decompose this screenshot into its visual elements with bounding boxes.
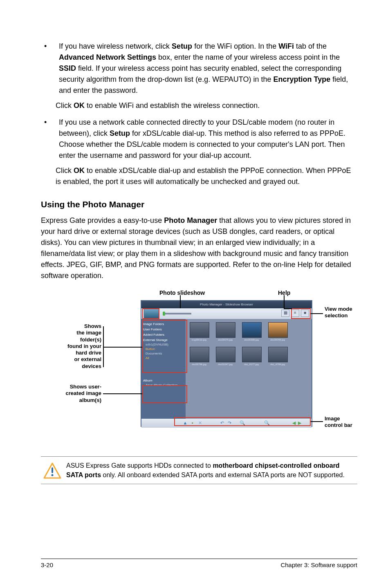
bullet-item-2: • If you use a network cable connected d… bbox=[41, 117, 357, 161]
thumbnail-image bbox=[216, 322, 235, 338]
txt: for the WiFi option. In the bbox=[192, 42, 278, 50]
label-controlbar: Image control bar bbox=[325, 415, 352, 429]
sidebar-album-item[interactable]: Asus Photo Collection bbox=[146, 383, 184, 387]
toolbar-preview-thumb bbox=[144, 309, 159, 319]
txt: Express Gate provides a easy-to-use bbox=[41, 216, 164, 224]
sidebar-head-added-folders: Added Folders bbox=[143, 333, 184, 337]
toolbar-zoom-slider[interactable] bbox=[163, 313, 191, 314]
sidebar: Image Folders User Folders Added Folders… bbox=[141, 319, 186, 419]
bold-ok: OK bbox=[74, 166, 85, 175]
window-title-bar: Photo Manager - Slideshow Browser bbox=[141, 301, 312, 308]
thumbnail-item[interactable]: dsc_4799.jpg bbox=[268, 347, 287, 366]
rotate-right-icon[interactable]: ↷ bbox=[226, 420, 232, 426]
photo-manager-diagram: Photo slideshow Help Photo Manager - Sli… bbox=[41, 290, 357, 445]
bullet-1-followup: Click OK to enable WiFi and establish th… bbox=[56, 100, 357, 111]
bold-ans: Advanced Network Settings bbox=[59, 53, 156, 61]
lbl-line: created image bbox=[57, 390, 101, 397]
screenshot-photo-manager: Photo Manager - Slideshow Browser ▦ ≡ ■ … bbox=[141, 300, 312, 427]
toolbar: ▦ ≡ ■ bbox=[141, 308, 312, 319]
warning-note: ASUS Express Gate supports HDDs connecte… bbox=[41, 456, 357, 484]
up-icon[interactable]: ▲ bbox=[182, 420, 188, 426]
bold-setup: Setup bbox=[172, 42, 192, 50]
lead-line bbox=[311, 313, 323, 314]
lbl-line: devices bbox=[61, 363, 101, 370]
lead-line bbox=[284, 295, 285, 308]
label-albums: Shows user- created image album(s) bbox=[57, 384, 101, 404]
lead-line bbox=[284, 308, 292, 309]
sidebar-head-external: External Storage bbox=[143, 338, 184, 342]
thumbnail-label: dsc00796.jpg bbox=[190, 363, 208, 366]
thumbnail-image bbox=[190, 322, 209, 338]
svg-rect-1 bbox=[52, 467, 53, 473]
thumbnail-image bbox=[268, 322, 288, 338]
thumbnail-label: dsc00048.jpg bbox=[268, 339, 287, 341]
sidebar-item[interactable]: sdb1(DVNUSB) bbox=[146, 343, 184, 346]
lbl-line: found in your bbox=[61, 343, 101, 350]
lead-line bbox=[103, 347, 142, 348]
lead-line bbox=[103, 393, 142, 394]
label-photo-slideshow: Photo slideshow bbox=[159, 290, 205, 296]
thumbnail-item[interactable]: img00016.jpg bbox=[190, 322, 208, 341]
rotate-left-icon[interactable]: ↶ bbox=[219, 420, 225, 426]
sidebar-item[interactable]: All bbox=[146, 356, 184, 360]
image-control-bar: ▲ ▪ ✕ ↶ ↷ 🔍 🔍 ▶ ◀ bbox=[141, 419, 312, 428]
grid-view-icon[interactable]: ▦ bbox=[281, 310, 289, 317]
lbl-line: folder(s) bbox=[61, 337, 101, 343]
thumbnail-item[interactable]: dsc00075.jpg bbox=[216, 322, 235, 341]
sidebar-head-image-folders: Image Folders bbox=[143, 322, 184, 326]
sidebar-item[interactable]: Button bbox=[146, 347, 184, 351]
thumbnail-image bbox=[242, 347, 262, 362]
thumbnail-label: img00016.jpg bbox=[190, 339, 208, 341]
lbl-line: Shows bbox=[61, 323, 101, 330]
next-icon[interactable]: ▶ bbox=[297, 420, 303, 426]
bold-photo-manager: Photo Manager bbox=[164, 216, 217, 224]
folder-icon[interactable]: ▪ bbox=[190, 420, 195, 426]
thumbnail-item[interactable]: dsc_0177.jpg bbox=[242, 347, 261, 366]
txt: only. All onboard extended SATA ports an… bbox=[101, 471, 345, 478]
thumbnail-item[interactable]: dsc00398.jpg bbox=[242, 322, 261, 341]
label-viewmode: View mode selection bbox=[325, 306, 352, 319]
thumbnail-label: dsc00398.jpg bbox=[242, 339, 261, 341]
txt: to enable xDSL/cable dial-up and establi… bbox=[56, 166, 351, 186]
thumbnail-grid: img00016.jpg dsc00075.jpg dsc00398.jpg d… bbox=[186, 319, 312, 419]
slider-knob[interactable] bbox=[163, 312, 165, 316]
thumbnail-image bbox=[268, 347, 288, 362]
lbl-line: album(s) bbox=[57, 397, 101, 404]
lead-line bbox=[180, 295, 181, 308]
bullet-1-text: If you have wireless network, click Setu… bbox=[59, 41, 357, 96]
thumbnail-item[interactable]: dsc00796.jpg bbox=[190, 347, 208, 366]
warning-text: ASUS Express Gate supports HDDs connecte… bbox=[64, 461, 357, 480]
lbl-line: hard drive bbox=[61, 350, 101, 356]
thumbnail-item[interactable]: dsc00048.jpg bbox=[268, 322, 287, 341]
bullet-2-text: If you use a network cable connected dir… bbox=[59, 117, 357, 161]
page-footer: 3-20 Chapter 3: Software support bbox=[41, 559, 357, 568]
help-button[interactable]: ■ bbox=[301, 310, 309, 317]
bullet-marker: • bbox=[41, 117, 59, 161]
lbl-line: the image bbox=[61, 330, 101, 336]
txt: Click bbox=[56, 166, 74, 175]
thumbnail-image bbox=[242, 322, 262, 338]
thumbnail-image bbox=[190, 347, 209, 362]
list-view-icon[interactable]: ≡ bbox=[291, 310, 299, 317]
prev-icon[interactable]: ◀ bbox=[291, 420, 297, 426]
chapter-title: Chapter 3: Software support bbox=[280, 561, 357, 568]
sidebar-item[interactable]: Documents bbox=[146, 352, 184, 355]
bullet-item-1: • If you have wireless network, click Se… bbox=[41, 41, 357, 96]
lbl-line: or external bbox=[61, 356, 101, 363]
txt: to enable WiFi and establish the wireles… bbox=[85, 101, 260, 110]
lead-line bbox=[103, 326, 104, 367]
thumbnail-label: dsc_0177.jpg bbox=[242, 363, 261, 366]
zoom-in-icon[interactable]: 🔍 bbox=[264, 420, 270, 426]
lead-line bbox=[311, 421, 323, 422]
txt: If you have wireless network, click bbox=[59, 42, 172, 50]
thumbnail-item[interactable]: dsc01047.jpg bbox=[216, 347, 235, 366]
svg-point-2 bbox=[52, 474, 54, 476]
lbl-line: Image bbox=[325, 415, 352, 422]
thumbnail-label: dsc_4799.jpg bbox=[268, 363, 287, 366]
lbl-line: selection bbox=[325, 312, 352, 319]
delete-icon[interactable]: ✕ bbox=[197, 420, 203, 426]
lbl-line: control bar bbox=[325, 422, 352, 429]
content-area: Image Folders User Folders Added Folders… bbox=[141, 319, 312, 419]
section-heading: Using the Photo Manager bbox=[41, 200, 357, 209]
zoom-out-icon[interactable]: 🔍 bbox=[240, 420, 245, 426]
